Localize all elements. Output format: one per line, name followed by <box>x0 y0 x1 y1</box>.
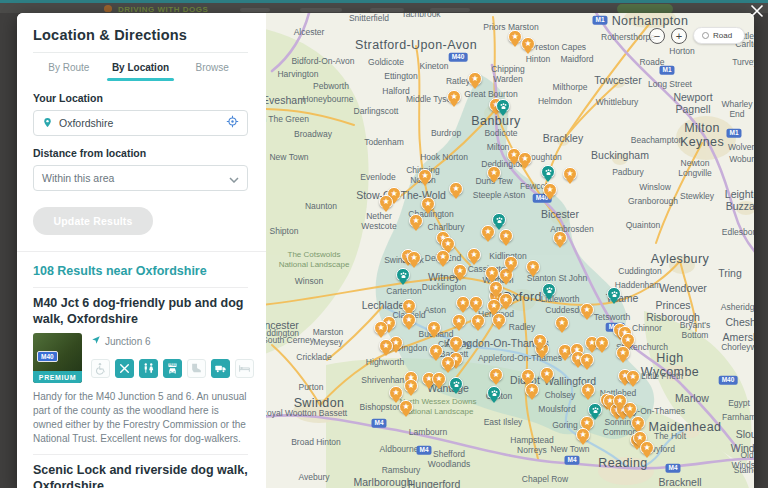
map-marker[interactable]: ★ <box>499 229 513 243</box>
map-marker[interactable]: ★ <box>489 368 503 382</box>
map-poi-marker[interactable] <box>588 403 602 417</box>
tab-by-location[interactable]: By Location <box>105 53 177 81</box>
tab-by-route[interactable]: By Route <box>33 53 105 81</box>
map-marker[interactable]: ★ <box>402 313 416 327</box>
nav-placeholder <box>430 8 470 12</box>
map-poi-marker[interactable] <box>496 99 510 113</box>
zoom-in-button[interactable]: + <box>671 28 687 44</box>
map-marker[interactable]: ★ <box>563 167 577 181</box>
road-shield: M40 <box>449 53 468 62</box>
result-card[interactable]: Scenic Lock and riverside dog walk, Oxfo… <box>33 455 248 488</box>
result-title[interactable]: Scenic Lock and riverside dog walk, Oxfo… <box>33 455 248 488</box>
map-marker[interactable]: ★ <box>399 400 413 414</box>
locate-me-icon[interactable] <box>226 114 239 132</box>
map-marker[interactable]: ★ <box>626 370 640 384</box>
map[interactable]: Stratford-Upon-AvonNorthamptonBanburyMil… <box>266 13 754 488</box>
map-marker[interactable]: ★ <box>481 225 495 239</box>
toilets-icon <box>139 359 158 378</box>
dog-logo-icon <box>104 5 112 12</box>
map-poi-marker[interactable] <box>541 165 555 179</box>
map-marker[interactable]: ★ <box>499 293 513 307</box>
map-marker[interactable]: ★ <box>379 339 393 353</box>
map-marker[interactable]: ★ <box>640 441 654 455</box>
map-poi-marker[interactable] <box>492 213 506 227</box>
map-marker[interactable]: ★ <box>402 299 416 313</box>
map-marker[interactable]: ★ <box>471 314 485 328</box>
map-marker[interactable]: ★ <box>616 346 630 360</box>
map-marker[interactable]: ★ <box>533 334 547 348</box>
map-marker[interactable]: ★ <box>389 386 403 400</box>
map-marker[interactable]: ★ <box>427 321 441 335</box>
map-marker[interactable]: ★ <box>613 394 627 408</box>
map-marker[interactable]: ★ <box>452 314 466 328</box>
globe-icon <box>702 32 709 39</box>
map-marker[interactable]: ★ <box>621 333 635 347</box>
road-shield: M4 <box>665 464 680 473</box>
wheelchair-icon <box>91 359 110 378</box>
road-shield: M1 <box>726 129 741 138</box>
map-marker[interactable]: ★ <box>581 383 595 397</box>
map-poi-marker[interactable] <box>607 287 621 301</box>
map-marker[interactable]: ★ <box>429 344 443 358</box>
junction-label: Junction 6 <box>105 336 151 347</box>
map-marker[interactable]: ★ <box>526 260 540 274</box>
zoom-out-button[interactable]: − <box>649 28 665 44</box>
map-marker[interactable]: ★ <box>508 30 522 44</box>
map-poi-marker[interactable] <box>487 386 501 400</box>
location-input[interactable]: Oxfordshire <box>33 110 248 136</box>
close-icon[interactable] <box>749 3 765 19</box>
map-marker[interactable]: ★ <box>553 231 567 245</box>
map-marker[interactable]: ★ <box>555 316 569 330</box>
map-marker[interactable]: ★ <box>467 248 481 262</box>
result-card[interactable]: M40 Jct 6 dog-friendly pub and dog walk,… <box>33 288 248 454</box>
map-marker[interactable]: ★ <box>580 353 594 367</box>
map-marker[interactable]: ★ <box>379 195 393 209</box>
map-style-label: Road <box>713 31 732 40</box>
map-marker[interactable]: ★ <box>540 367 554 381</box>
map-style-button[interactable]: Road <box>693 27 745 44</box>
map-marker[interactable]: ★ <box>521 37 535 51</box>
map-poi-marker[interactable] <box>542 283 556 297</box>
map-marker[interactable]: ★ <box>418 169 432 183</box>
map-marker[interactable]: ★ <box>432 372 446 386</box>
map-marker[interactable]: ★ <box>407 251 421 265</box>
update-results-button[interactable]: Update Results <box>33 207 153 235</box>
map-poi-marker[interactable] <box>396 268 410 282</box>
map-marker[interactable]: ★ <box>441 356 455 370</box>
map-marker[interactable]: ★ <box>504 256 518 270</box>
map-marker[interactable]: ★ <box>447 90 461 104</box>
map-marker[interactable]: ★ <box>631 416 645 430</box>
map-poi-marker[interactable] <box>449 377 463 391</box>
map-marker[interactable]: ★ <box>453 264 467 278</box>
tab-browse[interactable]: Browse <box>176 53 248 81</box>
distance-select[interactable]: Within this area <box>33 165 248 191</box>
map-marker[interactable]: ★ <box>487 166 501 180</box>
map-marker[interactable]: ★ <box>485 266 499 280</box>
map-marker[interactable]: ★ <box>409 214 423 228</box>
map-marker[interactable]: ★ <box>521 369 535 383</box>
result-title[interactable]: M40 Jct 6 dog-friendly pub and dog walk,… <box>33 288 248 333</box>
map-marker[interactable]: ★ <box>421 197 435 211</box>
results-header: 108 Results near Oxfordshire <box>33 252 248 287</box>
nav-placeholder <box>370 8 404 12</box>
map-marker[interactable]: ★ <box>468 72 482 86</box>
map-marker[interactable]: ★ <box>469 296 483 310</box>
map-marker[interactable]: ★ <box>374 321 388 335</box>
map-marker[interactable]: ★ <box>580 303 594 317</box>
map-marker[interactable]: ★ <box>525 383 539 397</box>
map-marker[interactable]: ★ <box>492 313 506 327</box>
map-marker[interactable]: ★ <box>449 336 463 350</box>
map-marker[interactable]: ★ <box>436 250 450 264</box>
map-marker[interactable]: ★ <box>543 183 557 197</box>
map-marker[interactable]: ★ <box>518 152 532 166</box>
map-marker[interactable]: ★ <box>456 296 470 310</box>
map-marker[interactable]: ★ <box>489 281 503 295</box>
site-logo: DRIVING WITH DOGS <box>118 5 208 13</box>
map-marker[interactable]: ★ <box>576 428 590 442</box>
road-shield: M1 <box>659 66 674 75</box>
map-marker[interactable]: ★ <box>404 379 418 393</box>
map-marker[interactable]: ★ <box>441 237 455 251</box>
map-marker[interactable]: ★ <box>595 336 609 350</box>
map-marker[interactable]: ★ <box>449 182 463 196</box>
site-header: DRIVING WITH DOGS <box>0 0 768 13</box>
